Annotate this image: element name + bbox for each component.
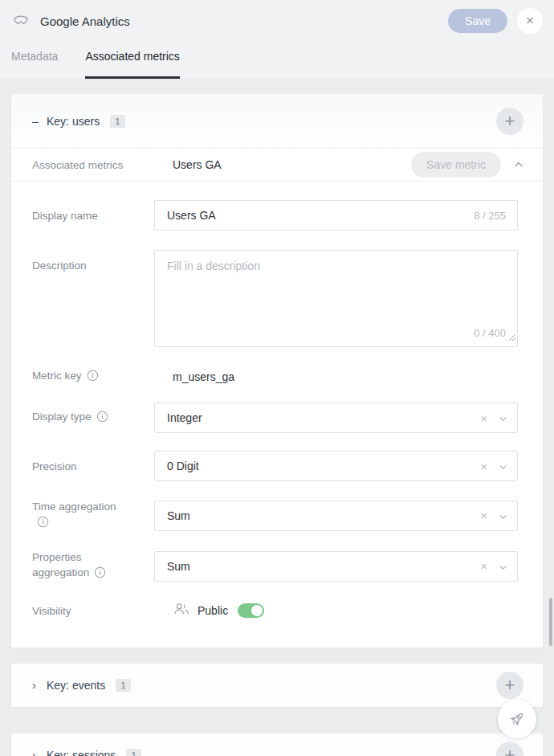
chevron-right-icon[interactable]: › <box>32 749 45 756</box>
chevron-down-icon[interactable] <box>499 559 507 574</box>
properties-aggregation-select[interactable]: Sum × <box>154 551 518 582</box>
visibility-toggle[interactable] <box>238 603 264 618</box>
close-button[interactable]: × <box>517 8 543 34</box>
save-metric-button[interactable]: Save metric <box>411 152 501 178</box>
clear-icon[interactable]: × <box>480 559 487 573</box>
key-sessions-count-badge: 1 <box>126 749 141 756</box>
display-type-label: Display type <box>32 409 154 427</box>
key-sessions-card: › Key: sessions 1 + <box>11 734 543 756</box>
description-label: Description <box>32 250 154 273</box>
key-users-card: – Key: users 1 + Associated metrics User… <box>11 94 543 648</box>
display-name-input[interactable] <box>155 201 517 230</box>
clear-icon[interactable]: × <box>480 509 487 522</box>
info-icon[interactable] <box>94 566 106 582</box>
tab-associated-metrics[interactable]: Associated metrics <box>85 42 179 79</box>
titlebar: Google Analytics Save × <box>0 0 554 42</box>
chevron-up-icon[interactable] <box>514 161 523 168</box>
key-events-card: › Key: events 1 + <box>11 664 543 707</box>
key-users-count-badge: 1 <box>110 115 124 128</box>
page-title: Google Analytics <box>40 14 130 28</box>
save-button[interactable]: Save <box>448 9 507 33</box>
precision-select[interactable]: 0 Digit × <box>154 451 518 481</box>
metric-key-value: m_users_ga <box>154 370 518 383</box>
description-textarea[interactable] <box>155 251 517 346</box>
display-name-label: Display name <box>32 208 154 223</box>
chevron-down-icon[interactable] <box>499 459 507 473</box>
key-users-title: Key: users <box>47 115 100 128</box>
info-icon[interactable] <box>87 370 99 386</box>
connector-logo-icon <box>11 11 31 31</box>
time-aggregation-row: Time aggregation Sum × <box>32 499 518 532</box>
add-metric-button[interactable]: + <box>496 742 523 756</box>
time-aggregation-label: Time aggregation <box>32 499 154 532</box>
info-icon[interactable] <box>96 411 108 427</box>
properties-aggregation-row: Properties aggregation Sum × <box>32 550 518 582</box>
description-counter: 0 / 400 <box>474 327 506 339</box>
clear-icon[interactable]: × <box>480 411 487 425</box>
key-users-header[interactable]: – Key: users 1 + <box>11 94 543 148</box>
tab-metadata[interactable]: Metadata <box>11 42 58 79</box>
add-metric-button[interactable]: + <box>496 672 523 699</box>
window-header: Google Analytics Save × Metadata Associa… <box>0 0 554 79</box>
precision-label: Precision <box>32 459 154 474</box>
add-metric-button[interactable]: + <box>496 108 523 135</box>
metric-key-row: Metric key m_users_ga <box>32 362 518 392</box>
resize-handle[interactable] <box>508 330 515 345</box>
associated-metric-row: Associated metrics Users GA Save metric <box>11 149 543 181</box>
display-name-row: Display name 8 / 255 <box>32 200 518 231</box>
visibility-row: Visibility Public <box>32 595 518 626</box>
description-field-wrap: 0 / 400 <box>154 250 518 347</box>
display-type-row: Display type Integer × <box>32 403 518 433</box>
key-events-header[interactable]: › Key: events 1 + <box>11 664 543 707</box>
time-aggregation-select[interactable]: Sum × <box>154 501 518 531</box>
vertical-scrollbar-thumb[interactable] <box>549 598 552 646</box>
rocket-fab-button[interactable] <box>498 700 536 738</box>
key-events-count-badge: 1 <box>116 679 130 692</box>
visibility-label: Visibility <box>32 603 154 619</box>
chevron-right-icon[interactable]: › <box>32 679 45 692</box>
info-icon[interactable] <box>37 516 49 532</box>
visibility-value: Public <box>198 604 228 617</box>
key-sessions-title: Key: sessions <box>47 749 116 756</box>
chevron-down-icon[interactable] <box>499 411 507 425</box>
display-name-field-wrap: 8 / 255 <box>154 200 518 231</box>
clear-icon[interactable]: × <box>480 460 487 473</box>
metric-name: Users GA <box>154 158 411 171</box>
description-row: Description 0 / 400 <box>32 250 518 347</box>
precision-row: Precision 0 Digit × <box>32 451 518 481</box>
metric-form: Display name 8 / 255 Description 0 / 400 <box>11 182 543 648</box>
chevron-down-icon[interactable] <box>499 509 507 523</box>
tab-bar: Metadata Associated metrics <box>0 42 554 79</box>
associated-metrics-label: Associated metrics <box>32 159 154 171</box>
display-type-select[interactable]: Integer × <box>154 403 518 433</box>
people-icon <box>173 603 190 619</box>
collapse-icon[interactable]: – <box>32 115 45 128</box>
key-events-title: Key: events <box>47 679 105 692</box>
properties-aggregation-label: Properties aggregation <box>32 550 154 582</box>
metric-key-label: Metric key <box>32 368 154 386</box>
key-sessions-header[interactable]: › Key: sessions 1 + <box>11 734 543 756</box>
main-content: – Key: users 1 + Associated metrics User… <box>0 79 554 756</box>
display-name-counter: 8 / 255 <box>474 210 506 222</box>
